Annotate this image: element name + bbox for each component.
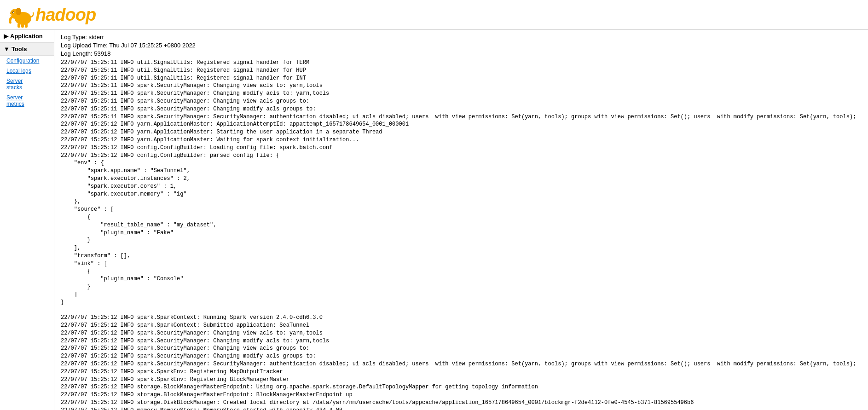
hadoop-logo: hadoop bbox=[6, 2, 96, 28]
sidebar-item-local-logs[interactable]: Local logs bbox=[0, 66, 54, 76]
svg-point-2 bbox=[16, 8, 21, 15]
log-upload-line: Log Upload Time: Thu Jul 07 15:25:25 +08… bbox=[61, 42, 862, 49]
log-type-line: Log Type: stderr bbox=[61, 34, 862, 40]
main-layout: ▶ Application ▼ Tools Configuration Loca… bbox=[0, 30, 868, 410]
header: hadoop bbox=[0, 0, 868, 30]
hadoop-elephant-icon bbox=[6, 2, 35, 28]
log-length-line: Log Length: 53918 bbox=[61, 50, 862, 57]
svg-rect-6 bbox=[21, 23, 24, 28]
log-text: 22/07/07 15:25:11 INFO util.SignalUtils:… bbox=[61, 59, 862, 410]
sidebar-item-application[interactable]: ▶ Application bbox=[0, 30, 54, 43]
log-type-label: Log Type: bbox=[61, 34, 88, 40]
hadoop-text: hadoop bbox=[35, 5, 96, 25]
sidebar-item-server-metrics[interactable]: Servermetrics bbox=[0, 92, 54, 109]
log-upload-label: Log Upload Time: bbox=[61, 42, 109, 49]
svg-rect-5 bbox=[17, 23, 20, 28]
log-type-value: stderr bbox=[88, 34, 104, 40]
svg-point-4 bbox=[13, 12, 14, 13]
sidebar-item-configuration[interactable]: Configuration bbox=[0, 56, 54, 66]
svg-rect-7 bbox=[25, 23, 28, 28]
log-upload-value: Thu Jul 07 15:25:25 +0800 2022 bbox=[109, 42, 196, 49]
log-content-area: Log Type: stderr Log Upload Time: Thu Ju… bbox=[54, 30, 868, 410]
application-arrow-icon: ▶ bbox=[4, 33, 8, 40]
log-length-label: Log Length: bbox=[61, 50, 94, 57]
application-label: Application bbox=[10, 33, 43, 40]
log-length-value: 53918 bbox=[94, 50, 110, 57]
sidebar-item-server-stacks[interactable]: Serverstacks bbox=[0, 76, 54, 92]
tools-label: Tools bbox=[12, 46, 27, 52]
tools-arrow-icon: ▼ bbox=[4, 46, 10, 52]
sidebar: ▶ Application ▼ Tools Configuration Loca… bbox=[0, 30, 54, 410]
sidebar-item-tools[interactable]: ▼ Tools bbox=[0, 43, 54, 56]
